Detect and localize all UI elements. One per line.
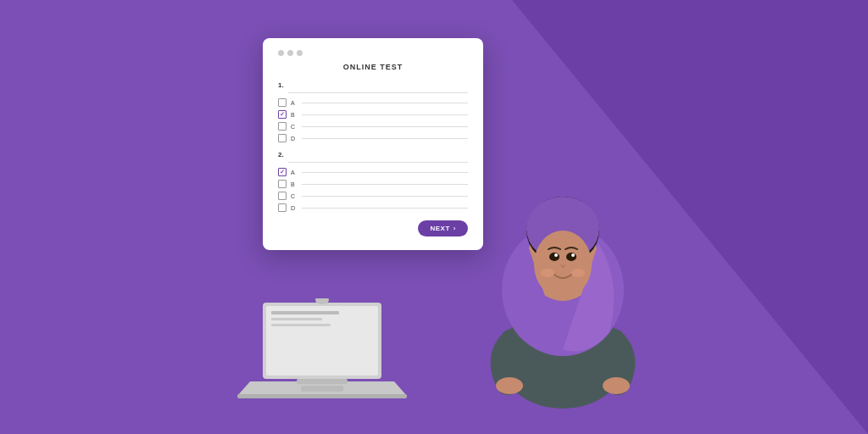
laptop-illustration <box>237 298 407 409</box>
svg-point-1 <box>496 377 523 394</box>
option-letter-2d: D <box>291 205 298 211</box>
option-letter-1d: D <box>291 136 298 142</box>
svg-rect-16 <box>266 306 378 376</box>
option-2c[interactable]: C <box>278 192 468 200</box>
question-2-line <box>288 162 468 163</box>
svg-point-12 <box>571 253 575 257</box>
option-line-1b <box>302 114 468 115</box>
svg-rect-23 <box>301 386 343 392</box>
dot-2 <box>287 50 293 56</box>
option-line-2a <box>302 172 468 173</box>
option-letter-2c: C <box>291 193 298 199</box>
online-test-card: ONLINE TEST 1. A B C D 2. A <box>263 38 483 250</box>
option-line-2d <box>302 208 468 209</box>
question-1-line <box>288 92 468 93</box>
option-1b[interactable]: B <box>278 110 468 119</box>
option-1c[interactable]: C <box>278 122 468 131</box>
svg-rect-17 <box>271 311 339 314</box>
option-line-2b <box>302 184 468 185</box>
dot-3 <box>297 50 303 56</box>
svg-point-9 <box>549 253 559 261</box>
window-dots <box>278 50 468 56</box>
option-letter-1c: C <box>291 124 298 130</box>
question-1-label: 1. <box>278 81 468 89</box>
question-2-block: 2. A B C D <box>278 151 468 212</box>
dot-1 <box>278 50 284 56</box>
svg-rect-21 <box>237 394 407 398</box>
next-button-label: NEXT <box>430 225 449 232</box>
next-button[interactable]: NEXT › <box>418 220 468 236</box>
svg-rect-22 <box>297 379 348 384</box>
svg-point-13 <box>541 269 554 277</box>
svg-point-14 <box>571 269 585 277</box>
checkbox-2d[interactable] <box>278 203 287 212</box>
checkbox-1a[interactable] <box>278 98 287 107</box>
svg-point-11 <box>554 253 558 257</box>
option-2a[interactable]: A <box>278 168 468 176</box>
checkbox-1b[interactable] <box>278 110 287 119</box>
svg-point-10 <box>566 253 576 261</box>
option-line-1d <box>302 138 468 139</box>
option-1d[interactable]: D <box>278 134 468 142</box>
svg-rect-18 <box>271 318 322 320</box>
option-2d[interactable]: D <box>278 203 468 212</box>
option-letter-1a: A <box>291 100 298 106</box>
card-title: ONLINE TEST <box>278 63 468 71</box>
option-letter-1b: B <box>291 112 298 118</box>
option-line-1a <box>302 103 468 103</box>
svg-point-8 <box>534 231 592 298</box>
option-2b[interactable]: B <box>278 180 468 188</box>
checkbox-2a[interactable] <box>278 168 287 176</box>
svg-point-2 <box>603 377 630 394</box>
option-letter-2a: A <box>291 170 298 175</box>
checkbox-1c[interactable] <box>278 122 287 131</box>
option-1a[interactable]: A <box>278 98 468 107</box>
checkbox-1d[interactable] <box>278 134 287 142</box>
checkbox-2c[interactable] <box>278 192 287 200</box>
option-line-2c <box>302 196 468 197</box>
question-1-block: 1. A B C D <box>278 81 468 142</box>
question-2-label: 2. <box>278 151 468 159</box>
option-line-1c <box>302 126 468 127</box>
checkbox-2b[interactable] <box>278 180 287 188</box>
svg-rect-19 <box>271 324 331 326</box>
option-letter-2b: B <box>291 181 298 187</box>
next-arrow-icon: › <box>453 225 456 232</box>
